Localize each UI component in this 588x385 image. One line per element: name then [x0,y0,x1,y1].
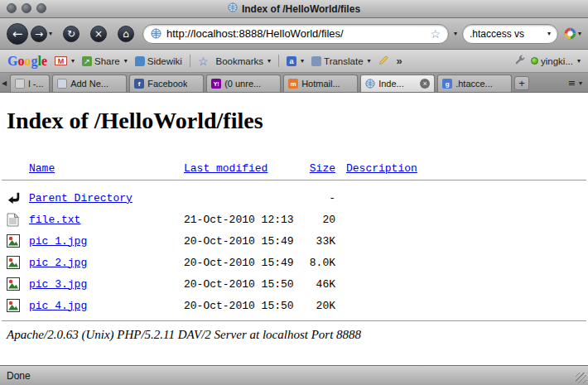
site-favicon-globe-icon [151,28,161,39]
highlighter-pen-icon[interactable] [378,55,389,67]
size-cell: 8.0K [292,257,335,269]
location-dropdown-icon[interactable]: ▾ [454,30,457,37]
tab-label: Facebook [147,79,187,89]
tab-index-active[interactable]: Inde... × [360,75,435,92]
toolbar-overflow-chevron[interactable]: » [397,55,402,67]
hotmail-icon: m [288,79,298,89]
translate-icon [311,56,321,66]
window-title-text: Index of /HelloWorld/files [242,3,360,15]
modified-cell: 21-Oct-2010 12:13 [184,214,292,226]
zoom-window-button[interactable] [36,3,46,13]
history-dropdown-icon[interactable]: ▾ [49,30,52,37]
tab-label: (0 unre... [224,79,261,89]
listing-row-file: pic 1.jpg 20-Oct-2010 15:49 33K [0,230,588,252]
gmail-button[interactable]: M ▾ [55,56,75,65]
parent-directory-link[interactable]: Parent Directory [29,192,133,205]
page-title: Index of /HelloWorld/files [7,108,588,134]
window-controls [7,3,46,13]
status-bar: Done [0,365,588,385]
close-window-button[interactable] [7,3,17,13]
autofill-dropdown-icon: ▾ [301,57,304,65]
minimize-window-button[interactable] [22,3,31,13]
page-icon [15,79,25,89]
file-link[interactable]: pic 4.jpg [29,300,87,312]
stop-button[interactable]: × [90,26,107,42]
home-button[interactable]: ⌂ [118,26,134,42]
tab-hotmail[interactable]: m Hotmail... [283,75,358,92]
google-ball-dropdown-icon[interactable]: ▾ [578,30,581,37]
modified-cell: 20-Oct-2010 15:50 [184,300,292,312]
toolbar-star-icon[interactable]: ☆ [198,55,209,68]
tab-label: Inde... [378,79,404,89]
list-all-tabs-button[interactable]: ≡ ▾ [565,77,586,89]
new-tab-button[interactable]: + [514,76,529,90]
google-ball-icon[interactable] [564,27,576,40]
size-cell: 46K [292,278,335,291]
toolbar-separator [278,55,279,67]
tab-htaccess-search[interactable]: g .htacce... [437,75,512,92]
tab-add-new[interactable]: Add Ne... [52,75,127,92]
page-icon [57,79,67,89]
sort-by-name-link[interactable]: Name [29,162,55,175]
size-cell: - [292,192,335,205]
file-link[interactable]: pic 1.jpg [29,235,87,248]
wrench-settings-icon[interactable] [513,55,525,68]
resize-grip[interactable] [576,373,586,383]
translate-dropdown-icon: ▾ [368,57,371,65]
file-link[interactable]: pic 3.jpg [29,278,87,291]
share-label: Share [94,56,120,66]
bookmarks-menu-button[interactable]: Bookmarks ▾ [215,56,271,66]
tab-0[interactable]: l -... [10,75,50,92]
search-text[interactable]: .htaccess vs [470,28,543,40]
title-bar: Index of /HelloWorld/files [0,0,588,18]
share-button[interactable]: ↗ Share ▾ [82,56,128,66]
tab-yahoo-mail[interactable]: Y! (0 unre... [206,75,281,92]
parent-directory-icon [7,191,29,205]
size-cell: 33K [292,235,335,248]
tab-label: Add Ne... [70,79,108,89]
file-link[interactable]: pic 2.jpg [29,257,87,269]
browser-window: Index of /HelloWorld/files ← → ▾ ↻ × ⌂ h… [0,0,588,385]
search-dropdown-icon[interactable]: ▾ [547,30,551,37]
text-file-icon [7,213,29,227]
forward-button[interactable]: → [31,26,47,42]
account-button[interactable]: yingki... ▾ [531,56,581,66]
listing-row-file: pic 3.jpg 20-Oct-2010 15:50 46K [0,273,588,295]
google-toolbar: Google M ▾ ↗ Share ▾ Sidewiki ☆ Bookmark… [0,50,588,73]
tab-label: .htacce... [455,79,493,89]
globe-icon [365,79,375,89]
translate-button[interactable]: Translate ▾ [311,56,371,66]
page-proxy-globe-icon [228,2,238,15]
directory-listing: Name Last modified Size Description Pare… [0,161,588,342]
tab-close-button[interactable]: × [420,79,430,89]
google-logo[interactable]: Google [7,54,47,69]
tab-bar: ◀ l -... Add Ne... f Facebook Y! (0 unre… [0,73,588,93]
modified-cell: 20-Oct-2010 15:50 [184,278,292,291]
tab-label: l -... [28,79,43,89]
server-signature: Apache/2.0.63 (Unix) PHP/5.2.11 DAV/2 Se… [7,328,588,342]
size-cell: 20 [292,214,335,226]
google-toolbar-right: yingki... ▾ [513,55,581,68]
listing-row-file: pic 4.jpg 20-Oct-2010 15:50 20K [0,295,588,316]
gmail-icon: M [55,56,67,65]
gmail-dropdown-icon: ▾ [71,57,75,65]
sort-by-modified-link[interactable]: Last modified [184,162,267,175]
autofill-button[interactable]: a ▾ [287,56,304,66]
sort-by-size-link[interactable]: Size [310,162,335,175]
sidewiki-button[interactable]: Sidewiki [135,56,182,66]
google-result-icon: g [442,79,452,89]
account-name: yingki... [541,56,573,66]
modified-cell: 20-Oct-2010 15:49 [184,235,292,248]
sort-by-description-link[interactable]: Description [346,162,417,175]
back-button[interactable]: ← [7,23,28,45]
url-text[interactable]: http://localhost:8888/HelloWorld/files/ [166,27,425,40]
bookmark-star-icon[interactable]: ☆ [430,27,441,41]
search-box[interactable]: .htaccess vs ▾ [462,24,558,44]
page-content: Index of /HelloWorld/files Name Last mod… [0,93,588,365]
file-link[interactable]: file.txt [29,214,80,226]
tab-facebook[interactable]: f Facebook [129,75,204,92]
tab-scroll-left-button[interactable]: ◀ [1,79,7,87]
location-bar[interactable]: http://localhost:8888/HelloWorld/files/ … [142,24,449,44]
reload-button[interactable]: ↻ [63,26,80,42]
toolbar-separator [190,55,190,67]
